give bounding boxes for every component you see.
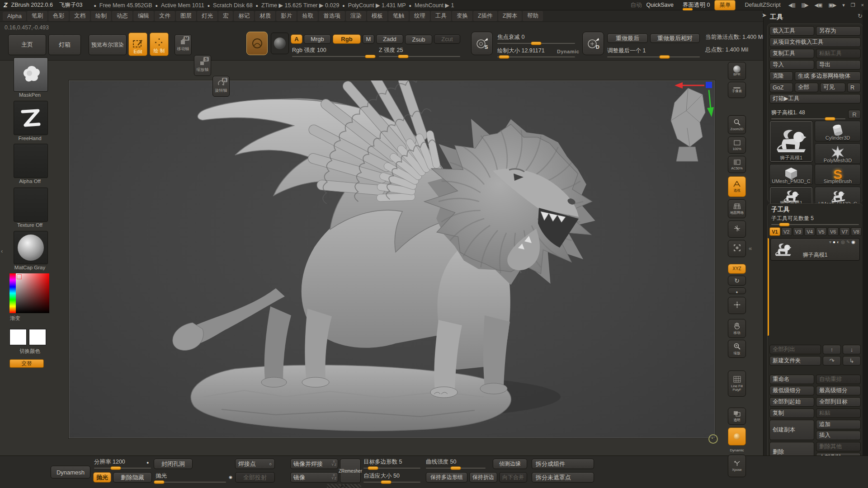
mirror-and-weld-button[interactable]: 镜像并焊接XY Z — [290, 459, 338, 469]
z-intensity-slider[interactable]: Z 强度 25 — [379, 47, 460, 57]
subtool-button[interactable]: ↑ — [823, 345, 841, 354]
menu-图层[interactable]: 图层 — [176, 11, 196, 21]
active-tool-handle[interactable] — [825, 117, 835, 121]
subtool-button[interactable]: 全部到目标 — [816, 397, 861, 407]
stroke-curve-s-button[interactable]: S — [471, 32, 493, 55]
polish-handle[interactable] — [154, 480, 165, 484]
scroll-left-icon[interactable]: ◀|||| — [788, 2, 795, 8]
shelf-actual-button[interactable]: 100% — [728, 136, 746, 154]
shelf-solo-button[interactable] — [728, 427, 746, 446]
quicksave-button[interactable]: QuickSave — [646, 2, 674, 8]
subtool-visible-slider[interactable]: 子工具可见数量 5 — [771, 215, 859, 225]
current-brush-button[interactable] — [14, 57, 48, 92]
shelf-dynamic-button[interactable]: Dynamic — [728, 447, 746, 453]
tool-thumbnail-cube[interactable]: UMesh_PM3D_C — [769, 164, 813, 185]
zremesher-button[interactable]: ZRemesher — [340, 459, 361, 483]
shelf-center-button[interactable] — [728, 297, 746, 314]
menu-button[interactable]: 菜单 — [714, 0, 736, 10]
redo-last-relative-button[interactable]: 重做最后相对 — [650, 33, 700, 43]
polish-slider[interactable]: 抛光 — [156, 472, 226, 483]
subtool-button[interactable]: ↳ — [843, 356, 861, 366]
subtool-list-item[interactable]: ▾●◐◎✎◉ 狮子高模1 — [770, 238, 860, 261]
canvas-horizontal-scrollbar[interactable]: ▲▼ — [327, 484, 361, 488]
menu-首选项[interactable]: 首选项 — [319, 11, 345, 21]
mode-rgb-button[interactable]: Rgb — [333, 34, 361, 44]
right-tray-toggle-icon[interactable]: « — [749, 245, 752, 252]
tool-button[interactable]: 从项目文件载入工具 — [769, 38, 861, 47]
menu-编辑[interactable]: 编辑 — [133, 11, 154, 21]
current-texture-button[interactable] — [14, 188, 48, 222]
subtool-button[interactable]: 最高级细分 — [816, 386, 861, 395]
menu-纹理[interactable]: 纹理 — [410, 11, 430, 21]
menu-笔刷[interactable]: 笔刷 — [27, 11, 47, 21]
curve-strength-slider[interactable]: 曲线强度 50 — [426, 458, 486, 469]
palette-refresh-icon[interactable]: ↻ — [858, 13, 863, 19]
current-material-button[interactable] — [271, 33, 289, 54]
zscript-button[interactable]: DefaultZScript — [745, 2, 780, 8]
menu-笔触[interactable]: 笔触 — [388, 11, 409, 21]
subtool-button[interactable]: 重命名 — [769, 375, 814, 384]
shelf-floor-button[interactable]: 地面网格 — [728, 199, 746, 218]
menu-材质[interactable]: 材质 — [255, 11, 275, 21]
alternate-button[interactable]: 交替 — [9, 359, 44, 368]
menu-Z插件[interactable]: Z插件 — [473, 11, 497, 21]
tool-button[interactable]: 全部 — [795, 83, 818, 92]
subtool-button[interactable]: 追加 — [816, 420, 861, 429]
mode-mrgb-button[interactable]: Mrgb — [304, 34, 331, 44]
scroll-right-icon[interactable]: ||||▶ — [802, 2, 808, 8]
shelf-zoom2d-button[interactable]: Zoom2D — [728, 115, 746, 134]
lightbox-button[interactable]: 灯箱 — [48, 34, 81, 55]
subtool-button[interactable]: ↷ — [823, 356, 841, 366]
resolution-slider[interactable]: 分辨率 1200 — [94, 458, 151, 469]
mode-zcut-button[interactable]: Zcut — [434, 34, 460, 44]
menu-影片[interactable]: 影片 — [276, 11, 297, 21]
tool-button[interactable]: 灯箱▶工具 — [769, 94, 861, 103]
shelf-polyf-button[interactable]: Line FillPolyF — [728, 371, 746, 397]
tool-button[interactable]: 导入 — [769, 60, 814, 70]
adjust-last-slider[interactable]: 调整最后一个 1 — [607, 47, 700, 57]
close-holes-button[interactable]: 封闭孔洞 — [154, 459, 193, 469]
shelf-move-button[interactable]: 移动 — [728, 319, 746, 338]
draw-button[interactable]: 绘 制 — [150, 33, 169, 56]
tool-thumbnail-sbrush[interactable]: SSimpleBrush — [815, 164, 861, 185]
adjust-last-handle[interactable] — [659, 55, 670, 59]
menu-文件[interactable]: 文件 — [155, 11, 175, 21]
scale-gyro-button[interactable]: S 缩放轴 — [194, 55, 211, 76]
subtool-button[interactable]: 复制 — [769, 408, 814, 418]
delete-hidden-button[interactable]: 删除隐藏 — [113, 472, 152, 483]
adaptive-size-handle[interactable] — [381, 480, 392, 484]
menu-灯光[interactable]: 灯光 — [197, 11, 217, 21]
target-polygons-handle[interactable] — [368, 466, 378, 470]
rgb-intensity-slider[interactable]: Rgb 强度 100 — [292, 47, 373, 57]
ui-opacity-slider[interactable]: 界面透明 0 — [683, 1, 710, 9]
keep-groups-button[interactable]: 保持多边形组 — [426, 472, 467, 483]
keep-creases-button[interactable]: 保持折边 — [469, 472, 497, 483]
menu-绘制[interactable]: 绘制 — [91, 11, 111, 21]
subtool-tab-V2[interactable]: V2 — [781, 227, 792, 236]
menu-帮助[interactable]: 帮助 — [523, 11, 543, 21]
menu-Alpha[interactable]: Alpha — [3, 12, 26, 21]
menu-标记[interactable]: 标记 — [234, 11, 254, 21]
camera-gizmo-head[interactable] — [661, 79, 715, 163]
subtool-button[interactable]: 创建副本 — [769, 420, 814, 440]
subtool-tab-V1[interactable]: V1 — [769, 227, 780, 236]
subtool-button[interactable]: 粘贴 — [816, 408, 861, 418]
stroke-curve-d-button[interactable]: D — [582, 32, 604, 55]
menu-拾取[interactable]: 拾取 — [297, 11, 318, 21]
shelf-frame-button[interactable] — [728, 240, 746, 257]
menu-渲染[interactable]: 渲染 — [346, 11, 366, 21]
split-to-parts-button[interactable]: 拆分成组件 — [532, 459, 594, 469]
shelf-local-button[interactable] — [728, 221, 746, 238]
mode-zsub-button[interactable]: Zsub — [405, 35, 432, 44]
preview-boolean-button[interactable]: 预览布尔渲染 — [89, 34, 127, 55]
subtool-tab-V8[interactable]: V8 — [851, 227, 862, 236]
split-unmasked-button[interactable]: 拆分未遮罩点 — [532, 472, 594, 483]
menu-动态[interactable]: 动态 — [112, 11, 132, 21]
menu-色彩[interactable]: 色彩 — [48, 11, 69, 21]
menu-模板[interactable]: 模板 — [367, 11, 387, 21]
weld-points-button[interactable]: 焊接点○ — [235, 459, 275, 469]
tool-button[interactable]: GoZ — [769, 83, 793, 92]
shelf-pivot-button[interactable]: ● — [728, 287, 746, 294]
close-icon[interactable]: × — [861, 2, 863, 8]
subtool-tab-V5[interactable]: V5 — [816, 227, 827, 236]
